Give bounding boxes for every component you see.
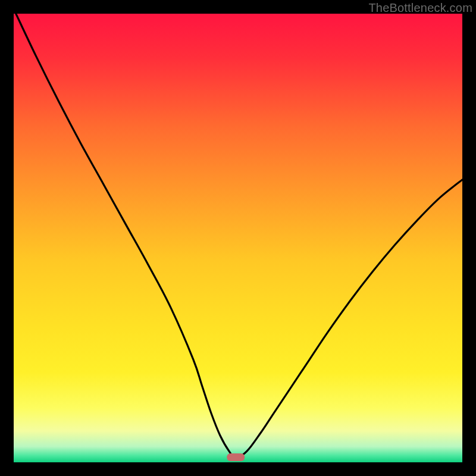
watermark-text: TheBottleneck.com (368, 1, 472, 15)
plot-area (14, 14, 462, 462)
gradient-background (14, 14, 462, 462)
chart-svg (14, 14, 462, 462)
outer-frame: TheBottleneck.com (0, 0, 476, 476)
optimal-marker (227, 453, 245, 461)
